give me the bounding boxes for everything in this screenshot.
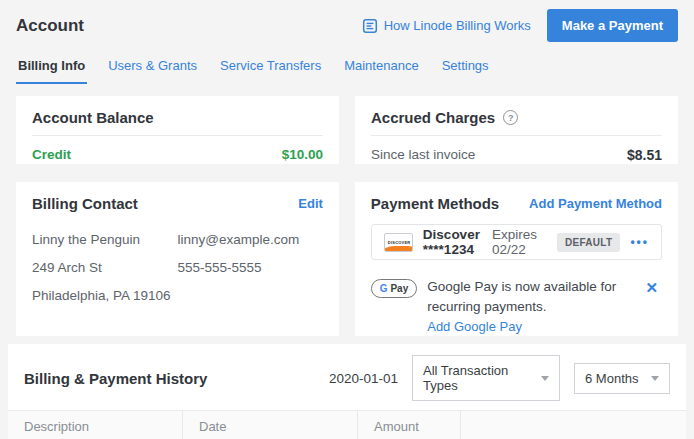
payment-methods-title: Payment Methods bbox=[371, 195, 499, 212]
contact-details-column: linny@example.com 555-555-5555 bbox=[177, 226, 322, 310]
payment-methods-card: Payment Methods Add Payment Method DISCO… bbox=[355, 182, 678, 336]
card-expiry-label: Expires 02/22 bbox=[492, 227, 537, 257]
add-payment-method-link[interactable]: Add Payment Method bbox=[529, 196, 662, 211]
since-last-invoice-label: Since last invoice bbox=[371, 147, 475, 163]
date-filter[interactable]: 2020-01-01 bbox=[329, 371, 398, 386]
edit-billing-contact-link[interactable]: Edit bbox=[298, 196, 323, 211]
contact-email: linny@example.com bbox=[177, 226, 322, 254]
contact-address-line2: Philadelphia, PA 19106 bbox=[32, 282, 177, 310]
accrued-amount: $8.51 bbox=[627, 147, 662, 163]
credit-label: Credit bbox=[32, 147, 71, 162]
history-table-header: Description Date Amount bbox=[8, 410, 686, 439]
payment-method-row: DISCOVER Discover ****1234 Expires 02/22… bbox=[371, 224, 662, 260]
date-range-select[interactable]: 6 Months bbox=[574, 363, 670, 394]
account-tabs: Billing Info Users & Grants Service Tran… bbox=[0, 54, 694, 84]
billing-contact-title: Billing Contact bbox=[32, 195, 138, 212]
how-linode-billing-works-label: How Linode Billing Works bbox=[384, 18, 531, 33]
google-pay-notice: G Pay Google Pay is now available for re… bbox=[371, 277, 662, 337]
billing-contact-card: Billing Contact Edit Linny the Penguin 2… bbox=[16, 182, 339, 336]
column-date: Date bbox=[182, 411, 357, 439]
contact-name: Linny the Penguin bbox=[32, 226, 177, 254]
more-options-icon[interactable]: ••• bbox=[630, 235, 649, 249]
close-icon[interactable]: ✕ bbox=[641, 277, 662, 299]
discover-card-icon: DISCOVER bbox=[384, 233, 413, 252]
card-number-label: Discover ****1234 bbox=[423, 227, 480, 257]
accrued-charges-card: Accrued Charges ? Since last invoice $8.… bbox=[355, 96, 678, 164]
add-google-pay-link[interactable]: Add Google Pay bbox=[427, 319, 522, 334]
topbar-actions: How Linode Billing Works Make a Payment bbox=[362, 9, 678, 42]
column-description: Description bbox=[8, 411, 182, 439]
tab-settings[interactable]: Settings bbox=[440, 54, 491, 84]
accrued-charges-title: Accrued Charges bbox=[371, 109, 495, 126]
account-balance-title: Account Balance bbox=[32, 109, 323, 126]
billing-docs-icon bbox=[362, 18, 378, 34]
tab-maintenance[interactable]: Maintenance bbox=[342, 54, 420, 84]
tab-billing-info[interactable]: Billing Info bbox=[16, 54, 87, 84]
history-filters: 2020-01-01 All Transaction Types 6 Month… bbox=[329, 355, 670, 401]
google-pay-message: Google Pay is now available for recurrin… bbox=[427, 277, 631, 337]
page-title: Account bbox=[16, 16, 84, 36]
contact-address-column: Linny the Penguin 249 Arch St Philadelph… bbox=[32, 226, 177, 310]
billing-history-card: Billing & Payment History 2020-01-01 All… bbox=[8, 344, 686, 439]
account-balance-card: Account Balance Credit $10.00 bbox=[16, 96, 339, 164]
tab-users-grants[interactable]: Users & Grants bbox=[106, 54, 199, 84]
default-badge: DEFAULT bbox=[557, 233, 620, 252]
topbar: Account How Linode Billing Works Make a … bbox=[0, 0, 694, 42]
chevron-down-icon bbox=[541, 376, 549, 381]
how-linode-billing-works-link[interactable]: How Linode Billing Works bbox=[362, 18, 531, 34]
help-icon[interactable]: ? bbox=[503, 110, 518, 125]
credit-amount: $10.00 bbox=[282, 147, 323, 162]
chevron-down-icon bbox=[651, 376, 659, 381]
contact-phone: 555-555-5555 bbox=[177, 254, 322, 282]
divider bbox=[371, 135, 662, 136]
column-amount: Amount bbox=[357, 411, 460, 439]
divider bbox=[32, 135, 323, 136]
contact-address-line1: 249 Arch St bbox=[32, 254, 177, 282]
tab-service-transfers[interactable]: Service Transfers bbox=[218, 54, 323, 84]
column-actions bbox=[460, 411, 686, 439]
transaction-type-select[interactable]: All Transaction Types bbox=[412, 355, 560, 401]
make-a-payment-button[interactable]: Make a Payment bbox=[547, 9, 678, 42]
billing-history-title: Billing & Payment History bbox=[24, 370, 207, 387]
google-pay-icon: G Pay bbox=[371, 279, 417, 298]
